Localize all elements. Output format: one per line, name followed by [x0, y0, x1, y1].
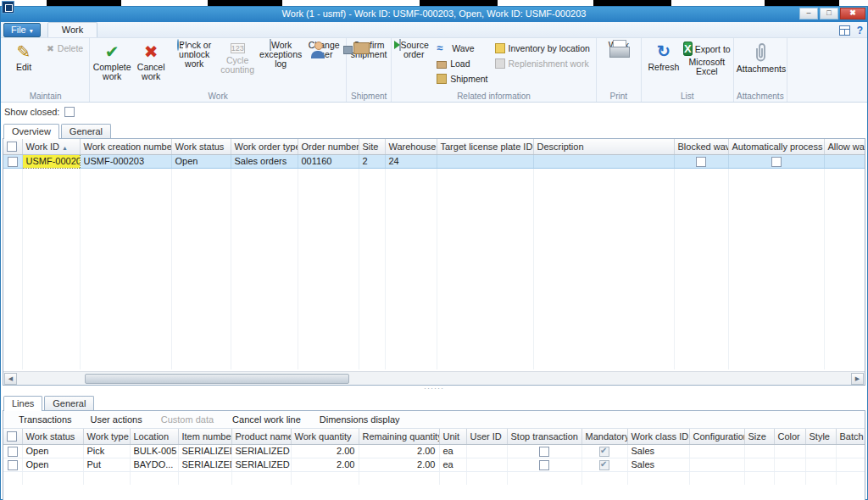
- cancel-work-line-button[interactable]: Cancel work line: [232, 414, 301, 425]
- attachments-button[interactable]: Attachments: [737, 40, 784, 75]
- col-style[interactable]: Style: [805, 429, 836, 444]
- layout-icon[interactable]: [839, 25, 850, 36]
- cell-work-quantity: 2.00: [291, 458, 359, 471]
- dimensions-display-button[interactable]: Dimensions display: [320, 414, 400, 425]
- line-row-checkbox[interactable]: [8, 460, 18, 470]
- col-work-type[interactable]: Work type: [83, 429, 130, 444]
- export-to-excel-button[interactable]: X Export to Microsoft Excel: [683, 40, 731, 77]
- line-row-checkbox[interactable]: [8, 447, 18, 457]
- automatically-process-checkbox[interactable]: [771, 157, 782, 167]
- ribbon-tab-work[interactable]: Work: [47, 22, 97, 37]
- col-target-license-plate-id[interactable]: Target license plate ID: [437, 139, 533, 154]
- horizontal-scrollbar[interactable]: ◀ ▶: [3, 371, 865, 385]
- col-warehouse[interactable]: Warehouse: [385, 139, 437, 154]
- tab-overview[interactable]: Overview: [3, 124, 59, 139]
- col-site[interactable]: Site: [359, 139, 385, 154]
- cell-order-number: 001160: [298, 154, 359, 168]
- cell-configuration: [689, 458, 744, 471]
- col-description[interactable]: Description: [533, 139, 674, 154]
- col-product-name[interactable]: Product name: [231, 429, 291, 444]
- table-row[interactable]: Open Put BAYDO... SERIALIZED SERIALIZED …: [3, 458, 865, 471]
- close-button[interactable]: ✖: [840, 8, 865, 19]
- scroll-left-arrow[interactable]: ◀: [4, 373, 17, 385]
- show-closed-label: Show closed:: [4, 107, 59, 117]
- col-work-class-id[interactable]: Work class ID: [627, 429, 689, 444]
- cell-warehouse: 24: [385, 154, 437, 168]
- maximize-button[interactable]: □: [820, 8, 838, 19]
- transactions-button[interactable]: Transactions: [19, 414, 72, 425]
- lines-select-all-checkbox[interactable]: [7, 431, 17, 442]
- col-work-order-type[interactable]: Work order type: [231, 139, 298, 154]
- col-work-id[interactable]: Work ID ▲: [22, 139, 80, 154]
- app-icon[interactable]: [2, 1, 14, 14]
- source-order-button[interactable]: Source order: [394, 40, 433, 60]
- file-menu-button[interactable]: File▾: [3, 23, 41, 37]
- col-allow-wave[interactable]: Allow wa: [824, 139, 865, 154]
- refresh-button[interactable]: ↻ Refresh: [644, 40, 683, 73]
- cycle-counting-button[interactable]: 123 Cycle counting: [218, 40, 257, 75]
- col-configuration[interactable]: Configuration: [689, 429, 744, 444]
- col-item-number[interactable]: Item number: [178, 429, 231, 444]
- load-button[interactable]: Load: [433, 57, 491, 70]
- tab-general[interactable]: General: [61, 124, 111, 138]
- col-batch[interactable]: Batch: [836, 429, 865, 444]
- cell-unit: ea: [439, 458, 466, 471]
- tab-lines-general[interactable]: General: [44, 396, 94, 410]
- cell-size: [744, 458, 774, 471]
- titlebar[interactable]: Work (1 - usmf) - Work ID: USMF-000203, …: [1, 7, 867, 22]
- tab-lines[interactable]: Lines: [3, 396, 42, 411]
- stop-transaction-checkbox[interactable]: [539, 460, 549, 470]
- scroll-right-arrow[interactable]: ▶: [851, 373, 864, 385]
- col-work-quantity[interactable]: Work quantity: [291, 429, 359, 444]
- shipment-button[interactable]: Shipment: [433, 72, 491, 86]
- col-work-creation-number[interactable]: Work creation number: [80, 139, 171, 154]
- cell-style: [805, 458, 836, 471]
- select-all-checkbox[interactable]: [7, 142, 17, 152]
- col-blocked-wave[interactable]: Blocked wave: [674, 139, 728, 154]
- col-stop-transaction[interactable]: Stop transaction: [507, 429, 581, 444]
- table-row[interactable]: Open Pick BULK-005 SERIALIZED SERIALIZED…: [3, 444, 865, 458]
- confirm-shipment-button[interactable]: Confirm shipment: [349, 40, 388, 60]
- filter-row: Show closed:: [1, 103, 867, 121]
- edit-button[interactable]: ✎ Edit: [4, 40, 43, 73]
- cell-line-work-status: Open: [22, 458, 83, 471]
- desktop-fragment: [47, 0, 121, 6]
- cancel-work-button[interactable]: ✖ Cancel work: [131, 40, 170, 82]
- desktop-fragment: [208, 0, 282, 6]
- col-mandatory[interactable]: Mandatory: [581, 429, 627, 444]
- col-order-number[interactable]: Order number: [298, 139, 359, 154]
- col-work-status[interactable]: Work status: [171, 139, 231, 154]
- change-user-button[interactable]: Change user: [304, 40, 343, 60]
- delete-button[interactable]: ✖ Delete: [43, 42, 86, 55]
- lines-pane: Transactions User actions Custom data Ca…: [3, 410, 865, 500]
- print-work-button[interactable]: Work: [599, 40, 638, 51]
- col-size[interactable]: Size: [744, 429, 774, 444]
- help-button[interactable]: ?: [857, 25, 863, 36]
- custom-data-button[interactable]: Custom data: [161, 414, 214, 425]
- lines-tabstrip: Lines General: [1, 393, 867, 410]
- replenishment-work-button[interactable]: Replenishment work: [492, 57, 593, 70]
- lines-empty-area: [3, 471, 865, 485]
- wave-icon: ≈: [437, 43, 448, 53]
- pane-splitter[interactable]: ······: [1, 386, 867, 393]
- col-line-work-status[interactable]: Work status: [22, 429, 83, 444]
- col-remaining-quantity[interactable]: Remaining quantity: [359, 429, 439, 444]
- work-exceptions-log-button[interactable]: Work exceptions log: [257, 40, 304, 69]
- col-color[interactable]: Color: [774, 429, 805, 444]
- minimize-button[interactable]: –: [799, 8, 818, 19]
- blocked-wave-checkbox[interactable]: [696, 157, 706, 167]
- col-unit[interactable]: Unit: [439, 429, 466, 444]
- table-row[interactable]: USMF-000203 USMF-000203 Open Sales order…: [3, 154, 865, 168]
- block-unblock-work-button[interactable]: Block or unblock work: [170, 40, 218, 69]
- stop-transaction-checkbox[interactable]: [539, 447, 549, 457]
- col-location[interactable]: Location: [130, 429, 178, 444]
- row-checkbox[interactable]: [8, 157, 18, 167]
- show-closed-checkbox[interactable]: [64, 107, 75, 117]
- user-actions-button[interactable]: User actions: [91, 414, 142, 425]
- scrollbar-thumb[interactable]: [85, 374, 349, 384]
- wave-button[interactable]: ≈ Wave: [433, 42, 491, 55]
- complete-work-button[interactable]: ✔ Complete work: [92, 40, 131, 82]
- col-user-id[interactable]: User ID: [466, 429, 507, 444]
- inventory-by-location-button[interactable]: Inventory by location: [492, 42, 593, 55]
- col-automatically-process[interactable]: Automatically process: [728, 139, 824, 154]
